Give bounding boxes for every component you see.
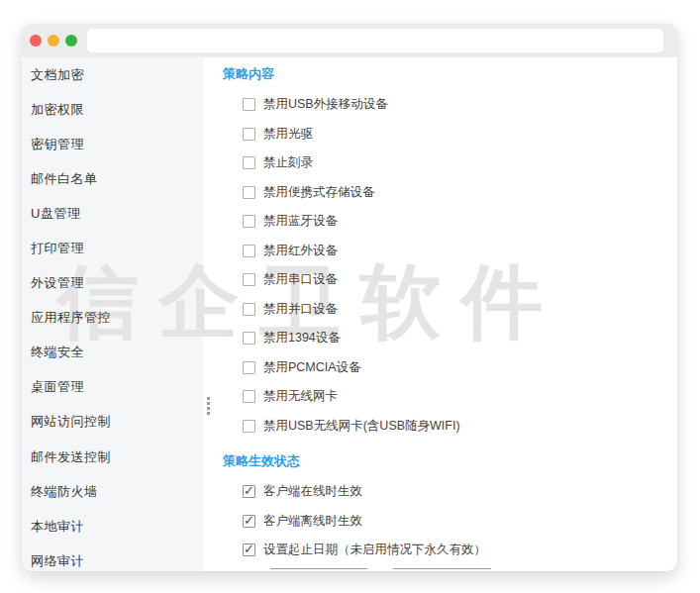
checkbox-label: 禁用红外设备 (263, 243, 338, 259)
checkbox-label: 禁用PCMCIA设备 (263, 359, 361, 376)
app-window: 信企卫软件 文档加密 加密权限 密钥管理 邮件白名单 U盘管理 打印管理 外设管… (22, 24, 677, 571)
sidebar-item[interactable]: 本地审计 (22, 509, 203, 544)
sidebar-item[interactable]: 网站访问控制 (22, 405, 203, 440)
checkbox-icon[interactable] (243, 156, 255, 169)
checkbox-icon[interactable] (243, 332, 255, 345)
traffic-lights (30, 35, 77, 47)
end-date-input[interactable] (393, 551, 491, 569)
sidebar-item[interactable]: 邮件白名单 (22, 161, 203, 196)
status-checkbox-row[interactable]: 客户端离线时生效 (223, 507, 677, 537)
checkbox-icon[interactable] (243, 390, 255, 403)
checkbox-icon[interactable] (243, 303, 255, 316)
checkbox-icon[interactable] (243, 128, 255, 141)
main-content: 策略内容 禁用USB外接移动设备 禁用光驱 禁止刻录 (203, 57, 677, 571)
checkbox-label: 禁用蓝牙设备 (263, 213, 338, 230)
checkbox-icon[interactable] (243, 515, 255, 528)
checkbox-icon[interactable] (243, 420, 255, 433)
start-date-input[interactable] (270, 551, 367, 569)
policy-checkbox-list: 禁用USB外接移动设备 禁用光驱 禁止刻录 禁用便携式存储设备 (223, 90, 677, 441)
checkbox-label: 禁用1394设备 (263, 330, 341, 346)
checkbox-label: 禁用便携式存储设备 (263, 184, 375, 201)
address-bar-input[interactable] (87, 29, 663, 52)
sidebar-item[interactable]: 终端安全 (22, 336, 203, 370)
checkbox-icon[interactable] (243, 245, 255, 257)
sidebar-item[interactable]: 加密权限 (22, 92, 203, 127)
policy-checkbox-row[interactable]: 禁用串口设备 (223, 265, 677, 295)
checkbox-label: 禁用光驱 (263, 126, 313, 143)
section-title-policy-status: 策略生效状态 (223, 453, 677, 469)
sidebar-item[interactable]: 应用程序管控 (22, 301, 203, 336)
checkbox-icon[interactable] (243, 215, 255, 228)
checkbox-label: 禁用并口设备 (263, 301, 338, 318)
checkbox-icon[interactable] (243, 273, 255, 286)
checkbox-label: 禁用USB外接移动设备 (263, 96, 388, 113)
section-title-policy-content: 策略内容 (223, 66, 677, 82)
policy-checkbox-row[interactable]: 禁用光驱 (223, 120, 677, 149)
policy-checkbox-row[interactable]: 禁用蓝牙设备 (223, 207, 677, 237)
policy-checkbox-row[interactable]: 禁止刻录 (223, 148, 677, 178)
window-body: 信企卫软件 文档加密 加密权限 密钥管理 邮件白名单 U盘管理 打印管理 外设管… (22, 57, 677, 571)
checkbox-label: 客户端在线时生效 (263, 483, 362, 500)
checkbox-label: 禁用USB无线网卡(含USB随身WIFI) (263, 418, 460, 435)
maximize-button-icon[interactable] (65, 35, 77, 47)
policy-checkbox-row[interactable]: 禁用无线网卡 (223, 382, 677, 412)
checkbox-icon[interactable] (243, 544, 255, 556)
sidebar-item[interactable]: 外设管理 (22, 266, 203, 301)
checkbox-label: 禁用无线网卡 (263, 388, 338, 405)
policy-checkbox-row[interactable]: 禁用PCMCIA设备 (223, 353, 677, 383)
policy-checkbox-row[interactable]: 禁用USB无线网卡(含USB随身WIFI) (223, 412, 677, 442)
status-checkbox-row[interactable]: 客户端在线时生效 (223, 477, 677, 507)
policy-checkbox-row[interactable]: 禁用USB外接移动设备 (223, 90, 677, 120)
checkbox-label: 客户端离线时生效 (263, 513, 362, 530)
checkbox-label: 禁用串口设备 (263, 271, 338, 288)
policy-checkbox-row[interactable]: 禁用1394设备 (223, 324, 677, 353)
policy-checkbox-row[interactable]: 禁用红外设备 (223, 237, 677, 266)
checkbox-icon[interactable] (243, 361, 255, 374)
checkbox-icon[interactable] (243, 485, 255, 498)
window-titlebar (22, 24, 677, 57)
checkbox-icon[interactable] (243, 186, 255, 199)
sidebar-item[interactable]: 文档加密 (22, 57, 203, 92)
policy-checkbox-row[interactable]: 禁用便携式存储设备 (223, 178, 677, 208)
minimize-button-icon[interactable] (48, 35, 59, 47)
close-button-icon[interactable] (30, 35, 42, 47)
sidebar-item[interactable]: 桌面管理 (22, 370, 203, 405)
sidebar-item[interactable]: 打印管理 (22, 231, 203, 265)
sidebar-item[interactable]: U盘管理 (22, 196, 203, 231)
policy-checkbox-row[interactable]: 禁用并口设备 (223, 295, 677, 325)
sidebar-item[interactable]: 密钥管理 (22, 127, 203, 161)
sidebar-nav: 文档加密 加密权限 密钥管理 邮件白名单 U盘管理 打印管理 外设管理 应用程序… (22, 57, 203, 571)
checkbox-label: 禁止刻录 (263, 154, 313, 171)
sidebar-item[interactable]: 网络审计 (22, 544, 203, 571)
sidebar-item[interactable]: 邮件发送控制 (22, 440, 203, 474)
sidebar-item[interactable]: 终端防火墙 (22, 474, 203, 509)
checkbox-icon[interactable] (243, 98, 255, 111)
splitter-handle-icon[interactable] (204, 394, 212, 418)
